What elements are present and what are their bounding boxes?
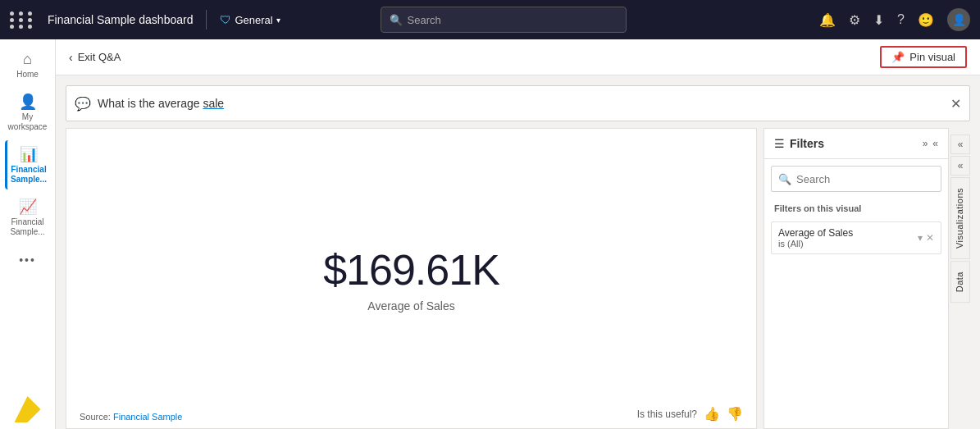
- filters-header: ☰ Filters » «: [764, 129, 948, 159]
- filter-clear-icon[interactable]: ✕: [926, 232, 934, 244]
- user-avatar[interactable]: 👤: [947, 8, 970, 31]
- filters-search-input[interactable]: [796, 173, 934, 185]
- powerbi-icon: [15, 396, 41, 422]
- qa-close-icon[interactable]: ✕: [950, 96, 961, 112]
- pin-visual-label: Pin visual: [909, 51, 955, 63]
- side-tabs: « « Visualizations Data: [950, 135, 970, 429]
- global-search[interactable]: 🔍 Search: [381, 7, 627, 33]
- sidebar-financial-1-label: Financial Sample...: [11, 165, 48, 185]
- visualizations-label: Visualizations: [955, 188, 964, 249]
- home-icon: ⌂: [23, 51, 32, 68]
- pin-visual-button[interactable]: 📌 Pin visual: [880, 46, 967, 68]
- qa-input-area: 💬 What is the average sale ✕: [66, 85, 970, 121]
- chart-value: $169.61K: [323, 245, 499, 294]
- sidebar-workspace-label: My workspace: [8, 112, 48, 132]
- workspace-badge[interactable]: 🛡 General ▾: [220, 13, 280, 26]
- content-area: $169.61K Average of Sales Source: Financ…: [66, 121, 970, 429]
- chart-source: Source: Financial Sample: [80, 412, 182, 422]
- financial-report-icon: 📈: [19, 198, 37, 216]
- sidebar-item-financial-2[interactable]: 📈 Financial Sample...: [5, 193, 51, 242]
- qa-icon: 💬: [75, 96, 91, 112]
- feedback-icon[interactable]: 🙂: [918, 12, 934, 28]
- main-content: ‹ Exit Q&A 📌 Pin visual 💬 What is the av…: [56, 39, 980, 429]
- sidebar-item-my-workspace[interactable]: 👤 My workspace: [5, 88, 51, 137]
- tab-data[interactable]: Data: [950, 261, 970, 303]
- exit-qa-label: Exit Q&A: [78, 51, 121, 63]
- sidebar: ⌂ Home 👤 My workspace 📊 Financial Sample…: [0, 39, 56, 429]
- search-icon: 🔍: [390, 14, 403, 26]
- chart-label: Average of Sales: [367, 299, 454, 313]
- filter-item-label: Average of Sales: [778, 227, 918, 239]
- back-arrow-icon: ‹: [69, 51, 73, 64]
- qa-underlined-word: sale: [203, 97, 224, 110]
- filter-item-content: Average of Sales is (All): [778, 227, 918, 249]
- filters-icon: ☰: [774, 137, 785, 150]
- thumbup-icon[interactable]: 👍: [704, 406, 720, 422]
- filters-title: Filters: [790, 137, 918, 150]
- filters-collapse-icon[interactable]: «: [932, 138, 938, 149]
- filter-expand-icon[interactable]: ▾: [918, 232, 923, 244]
- app-grid-icon[interactable]: [10, 11, 34, 29]
- useful-row: Is this useful? 👍 👎: [637, 406, 743, 422]
- source-link[interactable]: Financial Sample: [113, 412, 182, 422]
- sidebar-item-financial-1[interactable]: 📊 Financial Sample...: [5, 140, 51, 189]
- avatar-icon: 👤: [952, 13, 966, 26]
- top-navigation: Financial Sample dashboard 🛡 General ▾ 🔍…: [0, 0, 980, 39]
- filters-section-title: Filters on this visual: [764, 199, 948, 218]
- app-title: Financial Sample dashboard: [48, 13, 193, 26]
- more-icon: •••: [19, 253, 36, 267]
- shield-icon: 🛡: [220, 13, 231, 26]
- filters-search-box[interactable]: 🔍: [771, 166, 941, 192]
- chevron-down-icon: ▾: [276, 16, 280, 25]
- filters-expand-icon[interactable]: »: [923, 138, 928, 149]
- qa-text[interactable]: What is the average sale: [98, 97, 944, 110]
- sidebar-financial-2-label: Financial Sample...: [8, 217, 48, 237]
- filter-item-subtitle: is (All): [778, 239, 918, 249]
- right-section: ☰ Filters » « 🔍 Filters on this visual: [763, 128, 970, 429]
- filters-header-actions: » «: [923, 138, 938, 149]
- nav-icons: 🔔 ⚙ ⬇ ? 🙂 👤: [819, 8, 970, 31]
- source-prefix: Source:: [80, 412, 113, 422]
- filters-search-icon: 🔍: [778, 173, 791, 185]
- powerbi-logo: [15, 396, 41, 422]
- help-icon[interactable]: ?: [897, 12, 905, 27]
- filters-panel: ☰ Filters » « 🔍 Filters on this visual: [763, 128, 949, 429]
- nav-divider: [206, 10, 207, 30]
- exit-qa-button[interactable]: ‹ Exit Q&A: [69, 51, 121, 64]
- sidebar-item-home[interactable]: ⌂ Home: [5, 46, 51, 84]
- chart-panel: $169.61K Average of Sales Source: Financ…: [66, 128, 757, 429]
- search-placeholder: Search: [408, 14, 441, 26]
- side-tab-collapse-top[interactable]: «: [950, 135, 970, 154]
- download-icon[interactable]: ⬇: [873, 12, 884, 28]
- data-label: Data: [955, 272, 964, 292]
- sidebar-more-button[interactable]: •••: [5, 249, 51, 272]
- settings-icon[interactable]: ⚙: [849, 12, 860, 28]
- main-layout: ⌂ Home 👤 My workspace 📊 Financial Sample…: [0, 39, 980, 429]
- workspace-label: General: [235, 14, 272, 26]
- notification-icon[interactable]: 🔔: [819, 12, 836, 28]
- page-toolbar: ‹ Exit Q&A 📌 Pin visual: [56, 39, 980, 75]
- useful-label: Is this useful?: [637, 408, 697, 420]
- pin-icon: 📌: [891, 51, 905, 63]
- workspace-icon: 👤: [19, 93, 37, 111]
- sidebar-home-label: Home: [16, 70, 39, 80]
- thumbdown-icon[interactable]: 👎: [727, 406, 743, 422]
- tab-visualizations[interactable]: Visualizations: [950, 177, 970, 259]
- side-tab-collapse-bottom[interactable]: «: [950, 156, 970, 176]
- filter-item: Average of Sales is (All) ▾ ✕: [771, 221, 941, 254]
- financial-dashboard-icon: 📊: [20, 145, 38, 163]
- filter-item-icons: ▾ ✕: [918, 232, 934, 244]
